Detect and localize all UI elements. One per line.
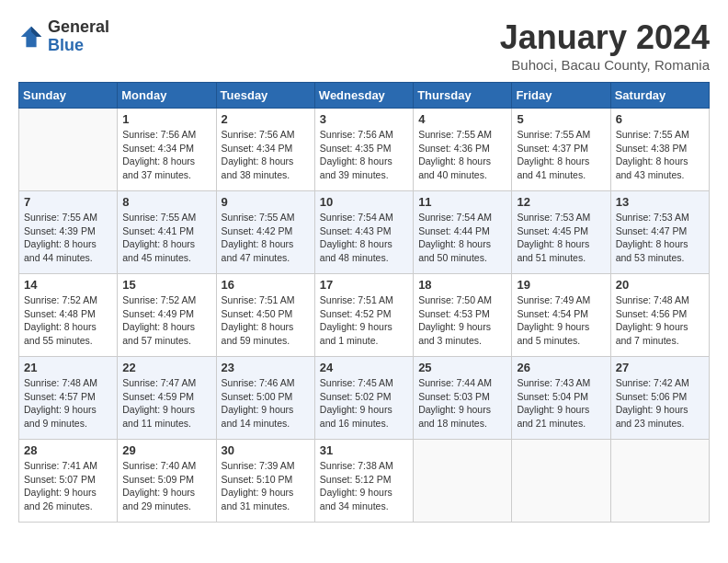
calendar-cell: 15Sunrise: 7:52 AMSunset: 4:49 PMDayligh… <box>118 274 216 357</box>
day-info: Sunrise: 7:51 AMSunset: 4:50 PMDaylight:… <box>222 293 310 348</box>
day-number: 3 <box>320 112 408 126</box>
calendar-cell <box>610 440 709 523</box>
location: Buhoci, Bacau County, Romania <box>500 57 710 73</box>
day-header-monday: Monday <box>118 83 216 109</box>
week-row-2: 7Sunrise: 7:55 AMSunset: 4:39 PMDaylight… <box>19 191 710 274</box>
week-row-3: 14Sunrise: 7:52 AMSunset: 4:48 PMDayligh… <box>19 274 710 357</box>
day-info: Sunrise: 7:53 AMSunset: 4:45 PMDaylight:… <box>517 211 605 265</box>
calendar-cell: 11Sunrise: 7:54 AMSunset: 4:44 PMDayligh… <box>414 191 512 274</box>
calendar-cell: 13Sunrise: 7:53 AMSunset: 4:47 PMDayligh… <box>610 191 709 274</box>
month-title: January 2024 <box>500 18 710 57</box>
day-number: 4 <box>418 112 506 126</box>
day-info: Sunrise: 7:42 AMSunset: 5:06 PMDaylight:… <box>616 376 704 431</box>
calendar-cell: 14Sunrise: 7:52 AMSunset: 4:48 PMDayligh… <box>19 274 118 357</box>
calendar-cell: 7Sunrise: 7:55 AMSunset: 4:39 PMDaylight… <box>19 191 118 274</box>
calendar-cell: 31Sunrise: 7:38 AMSunset: 5:12 PMDayligh… <box>314 440 413 523</box>
day-header-sunday: Sunday <box>19 83 118 109</box>
title-block: January 2024 Buhoci, Bacau County, Roman… <box>500 18 710 73</box>
week-row-1: 1Sunrise: 7:56 AMSunset: 4:34 PMDaylight… <box>19 109 710 191</box>
day-number: 5 <box>517 112 605 126</box>
day-info: Sunrise: 7:55 AMSunset: 4:41 PMDaylight:… <box>122 211 210 265</box>
day-number: 28 <box>24 443 112 457</box>
calendar-cell: 27Sunrise: 7:42 AMSunset: 5:06 PMDayligh… <box>610 357 709 440</box>
logo-blue: Blue <box>48 36 84 54</box>
day-info: Sunrise: 7:38 AMSunset: 5:12 PMDaylight:… <box>320 459 408 513</box>
day-info: Sunrise: 7:44 AMSunset: 5:03 PMDaylight:… <box>418 376 506 431</box>
day-number: 14 <box>24 278 112 292</box>
day-info: Sunrise: 7:40 AMSunset: 5:09 PMDaylight:… <box>122 459 210 513</box>
day-number: 7 <box>24 195 112 209</box>
day-number: 30 <box>222 443 310 457</box>
day-info: Sunrise: 7:54 AMSunset: 4:44 PMDaylight:… <box>418 211 506 265</box>
day-info: Sunrise: 7:50 AMSunset: 4:53 PMDaylight:… <box>418 293 506 348</box>
day-info: Sunrise: 7:43 AMSunset: 5:04 PMDaylight:… <box>517 376 605 431</box>
day-number: 23 <box>222 361 310 374</box>
day-header-tuesday: Tuesday <box>216 83 314 109</box>
page-header: General Blue January 2024 Buhoci, Bacau … <box>18 18 710 73</box>
calendar-cell: 10Sunrise: 7:54 AMSunset: 4:43 PMDayligh… <box>314 191 413 274</box>
day-number: 26 <box>517 361 605 374</box>
week-row-5: 28Sunrise: 7:41 AMSunset: 5:07 PMDayligh… <box>19 440 710 523</box>
day-number: 31 <box>320 443 408 457</box>
logo-general: General <box>48 17 109 36</box>
calendar-cell: 8Sunrise: 7:55 AMSunset: 4:41 PMDaylight… <box>118 191 216 274</box>
day-info: Sunrise: 7:53 AMSunset: 4:47 PMDaylight:… <box>616 211 704 265</box>
day-info: Sunrise: 7:46 AMSunset: 5:00 PMDaylight:… <box>222 376 310 431</box>
day-info: Sunrise: 7:51 AMSunset: 4:52 PMDaylight:… <box>320 293 408 348</box>
day-header-friday: Friday <box>512 83 610 109</box>
day-number: 24 <box>320 361 408 374</box>
day-number: 16 <box>222 278 310 292</box>
calendar-cell: 16Sunrise: 7:51 AMSunset: 4:50 PMDayligh… <box>216 274 314 357</box>
day-number: 15 <box>122 278 210 292</box>
calendar-cell: 12Sunrise: 7:53 AMSunset: 4:45 PMDayligh… <box>512 191 610 274</box>
calendar-cell <box>414 440 512 523</box>
calendar-cell: 24Sunrise: 7:45 AMSunset: 5:02 PMDayligh… <box>314 357 413 440</box>
logo-icon <box>18 24 44 50</box>
calendar-cell: 19Sunrise: 7:49 AMSunset: 4:54 PMDayligh… <box>512 274 610 357</box>
day-number: 1 <box>122 112 210 126</box>
day-info: Sunrise: 7:52 AMSunset: 4:48 PMDaylight:… <box>24 293 112 348</box>
calendar-cell: 3Sunrise: 7:56 AMSunset: 4:35 PMDaylight… <box>314 109 413 191</box>
day-number: 9 <box>222 195 310 209</box>
day-info: Sunrise: 7:41 AMSunset: 5:07 PMDaylight:… <box>24 459 112 513</box>
calendar-cell: 21Sunrise: 7:48 AMSunset: 4:57 PMDayligh… <box>19 357 118 440</box>
calendar-cell: 29Sunrise: 7:40 AMSunset: 5:09 PMDayligh… <box>118 440 216 523</box>
calendar-table: SundayMondayTuesdayWednesdayThursdayFrid… <box>18 82 710 523</box>
day-number: 10 <box>320 195 408 209</box>
day-number: 2 <box>222 112 310 126</box>
day-number: 29 <box>122 443 210 457</box>
day-number: 22 <box>122 361 210 374</box>
day-info: Sunrise: 7:56 AMSunset: 4:34 PMDaylight:… <box>122 128 210 182</box>
day-number: 19 <box>517 278 605 292</box>
day-number: 18 <box>418 278 506 292</box>
day-info: Sunrise: 7:49 AMSunset: 4:54 PMDaylight:… <box>517 293 605 348</box>
logo-text: General Blue <box>48 18 109 55</box>
day-number: 17 <box>320 278 408 292</box>
day-number: 6 <box>616 112 704 126</box>
header-row: SundayMondayTuesdayWednesdayThursdayFrid… <box>19 83 710 109</box>
day-info: Sunrise: 7:45 AMSunset: 5:02 PMDaylight:… <box>320 376 408 431</box>
day-number: 11 <box>418 195 506 209</box>
day-number: 20 <box>616 278 704 292</box>
calendar-cell: 28Sunrise: 7:41 AMSunset: 5:07 PMDayligh… <box>19 440 118 523</box>
day-number: 21 <box>24 361 112 374</box>
calendar-cell: 2Sunrise: 7:56 AMSunset: 4:34 PMDaylight… <box>216 109 314 191</box>
day-info: Sunrise: 7:55 AMSunset: 4:37 PMDaylight:… <box>517 128 605 182</box>
calendar-cell: 9Sunrise: 7:55 AMSunset: 4:42 PMDaylight… <box>216 191 314 274</box>
day-info: Sunrise: 7:39 AMSunset: 5:10 PMDaylight:… <box>222 459 310 513</box>
day-header-thursday: Thursday <box>414 83 512 109</box>
day-number: 25 <box>418 361 506 374</box>
day-info: Sunrise: 7:56 AMSunset: 4:34 PMDaylight:… <box>222 128 310 182</box>
day-header-saturday: Saturday <box>610 83 709 109</box>
calendar-cell: 25Sunrise: 7:44 AMSunset: 5:03 PMDayligh… <box>414 357 512 440</box>
day-info: Sunrise: 7:56 AMSunset: 4:35 PMDaylight:… <box>320 128 408 182</box>
logo: General Blue <box>18 18 109 55</box>
day-info: Sunrise: 7:52 AMSunset: 4:49 PMDaylight:… <box>122 293 210 348</box>
calendar-cell <box>19 109 118 191</box>
calendar-cell: 1Sunrise: 7:56 AMSunset: 4:34 PMDaylight… <box>118 109 216 191</box>
day-info: Sunrise: 7:55 AMSunset: 4:39 PMDaylight:… <box>24 211 112 265</box>
calendar-cell: 5Sunrise: 7:55 AMSunset: 4:37 PMDaylight… <box>512 109 610 191</box>
day-number: 8 <box>122 195 210 209</box>
day-header-wednesday: Wednesday <box>314 83 413 109</box>
day-info: Sunrise: 7:47 AMSunset: 4:59 PMDaylight:… <box>122 376 210 431</box>
